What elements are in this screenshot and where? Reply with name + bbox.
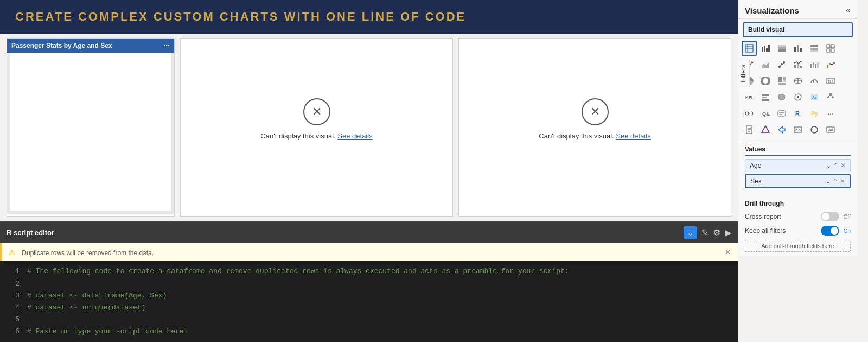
svg-point-23: [781, 63, 783, 65]
age-chevron-down[interactable]: ⌄: [826, 162, 831, 169]
chart-resize-bottom[interactable]: [7, 211, 174, 214]
icon-bar-chart[interactable]: [758, 41, 773, 56]
icon-paginated[interactable]: [742, 122, 757, 137]
warning-text: Duplicate rows will be removed from the …: [22, 249, 154, 257]
sex-chevron-down[interactable]: ⌄: [826, 178, 831, 185]
icon-100pct[interactable]: [807, 41, 822, 56]
error-link-2[interactable]: See details: [337, 132, 372, 140]
icon-donut[interactable]: [758, 73, 773, 88]
svg-text:Py: Py: [811, 111, 818, 117]
icon-power-apps[interactable]: [758, 122, 773, 137]
warning-bar: ⚠ Duplicate rows will be removed from th…: [0, 243, 738, 261]
keep-filters-toggle[interactable]: [821, 226, 839, 236]
icon-col-chart[interactable]: [790, 41, 806, 56]
add-drill-fields-btn[interactable]: Add drill-through fields here: [745, 240, 851, 252]
keep-filters-row: Keep all filters On: [745, 226, 851, 236]
svg-text:123: 123: [828, 80, 834, 83]
sex-remove-btn[interactable]: ✕: [840, 178, 845, 185]
cross-report-toggle[interactable]: [821, 212, 839, 221]
chart-error-area-2: ✕ Can't display this visual. See details: [181, 39, 452, 200]
r-editor-edit-btn[interactable]: ✎: [701, 227, 709, 238]
icon-kpi[interactable]: KPI: [742, 90, 757, 105]
svg-rect-16: [810, 50, 818, 52]
svg-rect-28: [800, 66, 802, 68]
icon-smart-narr[interactable]: [774, 106, 789, 121]
icon-shape-map[interactable]: [790, 90, 806, 105]
chart-menu-btn-1[interactable]: ···: [163, 41, 170, 50]
value-field-sex-controls: ⌄ ⌃ ✕: [826, 178, 845, 185]
icon-text-box[interactable]: Aa: [823, 122, 838, 137]
icon-treemap[interactable]: [774, 73, 789, 88]
icon-ribbon[interactable]: [807, 57, 822, 72]
error-link-3[interactable]: See details: [616, 132, 650, 140]
icon-azure-map[interactable]: Az: [807, 90, 822, 105]
code-text-6: # Paste or type your script code here:: [27, 326, 188, 338]
icon-gauge[interactable]: [807, 73, 822, 88]
warning-close-btn[interactable]: ✕: [724, 247, 731, 257]
svg-rect-26: [794, 65, 796, 68]
svg-rect-7: [768, 45, 770, 52]
line-num-5: 5: [9, 314, 20, 326]
svg-rect-30: [813, 62, 814, 68]
value-field-age[interactable]: Age ⌄ ⌃ ✕: [745, 159, 851, 172]
svg-rect-34: [829, 63, 831, 65]
svg-point-62: [745, 112, 749, 115]
sidebar-collapse-btn[interactable]: «: [846, 5, 851, 15]
right-sidebar: Visualizations « Build visual: [738, 0, 857, 256]
error-circle-3: ✕: [582, 98, 609, 125]
code-line-2: 2: [9, 278, 729, 290]
r-editor-header: R script editor ⌄ ✎ ⚙ ▶: [0, 222, 738, 243]
icon-image[interactable]: [790, 122, 806, 137]
icon-decomp[interactable]: [823, 90, 838, 105]
line-num-3: 3: [9, 290, 20, 302]
sex-chevron-right[interactable]: ⌃: [833, 178, 838, 185]
header-banner: CREATE COMPLEX CUSTOM CHARTS WITH ONE LI…: [0, 0, 738, 34]
r-editor-title: R script editor: [7, 229, 54, 237]
icon-table[interactable]: [742, 41, 757, 56]
icon-r-visual[interactable]: R: [790, 106, 806, 121]
values-section: Values Age ⌄ ⌃ ✕ Sex ⌄ ⌃ ✕: [738, 141, 857, 195]
r-editor-settings-btn[interactable]: ⚙: [713, 227, 720, 238]
code-line-1: 1 # The following code to create a dataf…: [9, 265, 729, 277]
svg-rect-42: [783, 80, 786, 82]
icon-map[interactable]: [790, 73, 806, 88]
chart-resize-left[interactable]: [7, 53, 10, 214]
icon-matrix[interactable]: [823, 41, 838, 56]
cross-report-label: Cross-report: [745, 213, 781, 220]
svg-text:Aa: Aa: [828, 128, 833, 132]
filters-tab[interactable]: Filters: [737, 60, 750, 87]
icon-scatter[interactable]: [774, 57, 789, 72]
value-field-sex[interactable]: Sex ⌄ ⌃ ✕: [745, 174, 851, 188]
error-circle-2: ✕: [303, 98, 330, 125]
svg-rect-12: [797, 45, 799, 52]
icon-area[interactable]: [758, 57, 773, 72]
icon-waterfall[interactable]: [823, 57, 838, 72]
icon-more-visuals[interactable]: ···: [823, 106, 838, 121]
icon-power-automate[interactable]: [774, 122, 789, 137]
icon-filled-map[interactable]: [774, 90, 789, 105]
svg-rect-66: [778, 111, 786, 116]
icon-slicer[interactable]: [758, 90, 773, 105]
r-editor-run-btn[interactable]: ▶: [725, 227, 731, 238]
age-remove-btn[interactable]: ✕: [840, 162, 846, 169]
svg-rect-4: [762, 47, 763, 52]
chart-resize-right[interactable]: [171, 53, 174, 214]
cross-report-value: Off: [844, 214, 851, 220]
r-editor-collapse-btn[interactable]: ⌄: [684, 226, 697, 239]
error-x-3: ✕: [590, 106, 600, 118]
build-visual-tab[interactable]: Build visual: [743, 22, 853, 37]
svg-rect-52: [762, 97, 767, 98]
code-line-5: 5: [9, 314, 729, 326]
icon-py-visual[interactable]: Py: [807, 106, 822, 121]
icon-key-influencer[interactable]: [742, 106, 757, 121]
icon-stacked-bar[interactable]: [774, 41, 789, 56]
icon-card[interactable]: 123: [823, 73, 838, 88]
icon-qa[interactable]: Q&A: [758, 106, 773, 121]
r-editor-code[interactable]: 1 # The following code to create a dataf…: [0, 261, 738, 342]
icon-bar-line[interactable]: [790, 57, 806, 72]
chart-error-area-3: ✕ Can't display this visual. See details: [459, 39, 731, 200]
icon-shape[interactable]: [807, 122, 822, 137]
svg-rect-5: [764, 46, 765, 52]
age-chevron-right[interactable]: ⌃: [833, 162, 838, 169]
r-editor-section: R script editor ⌄ ✎ ⚙ ▶ ⚠ Duplicate rows…: [0, 221, 738, 342]
